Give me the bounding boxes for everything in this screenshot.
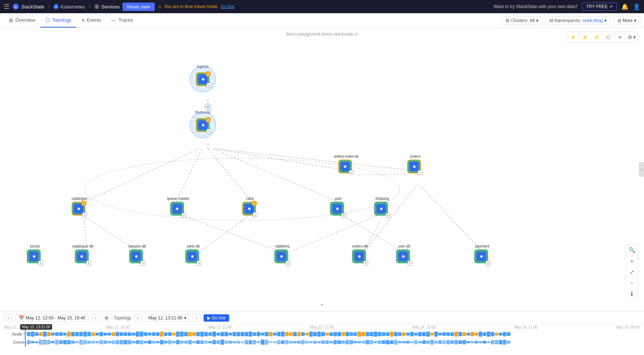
shipping-k8s-icon: ⎈ xyxy=(376,204,386,213)
user-db-expand[interactable]: + xyxy=(407,261,412,266)
layout-btn-2[interactable]: ⚡ xyxy=(579,32,591,42)
node-queue-master-label: queue-master xyxy=(167,197,190,201)
node-payment[interactable]: payment ⎈ + xyxy=(474,244,490,266)
reset-view-button[interactable]: Reset view xyxy=(122,3,155,11)
node-rabbitmq-label: rabbitmq xyxy=(275,244,290,248)
go-live-link-topbar[interactable]: Go live xyxy=(221,4,234,9)
timeline-health-row: Health ℹ xyxy=(4,330,640,338)
timeline-prev-btn[interactable]: ‹ xyxy=(4,314,12,322)
timeline-range-button[interactable]: 📅 May 12, 12:00 - May 15, 16:40 xyxy=(15,314,89,322)
node-locust[interactable]: locust ⎈ + xyxy=(27,244,43,266)
clusters-filter[interactable]: ⊟ Clusters: All ▾ xyxy=(502,16,542,25)
user-avatar-icon[interactable]: 👤 xyxy=(633,3,640,10)
catalogue-expand[interactable]: + xyxy=(82,212,87,217)
tab-topology[interactable]: ⬡ Topology xyxy=(40,13,76,28)
node-orders[interactable]: orders ⎈ + xyxy=(407,154,423,176)
more-filter-button[interactable]: ⊟ More ▾ xyxy=(614,16,640,25)
timeline-cursor[interactable] xyxy=(25,329,26,347)
zoom-fit-btn[interactable]: ⤢ xyxy=(626,267,638,278)
warning-icon: ⚠ xyxy=(158,4,162,9)
try-free-button[interactable]: TRY FREE ↗ xyxy=(582,3,617,11)
namespaces-filter[interactable]: ⊟ Namespaces: sock-shop ▾ xyxy=(545,16,611,25)
events-row-label: Events xyxy=(4,340,25,344)
orders-expand[interactable]: + xyxy=(418,170,422,175)
ingress-badge: 2 xyxy=(205,71,211,77)
node-catalogue[interactable]: catalogue ⎈ 3 + xyxy=(72,197,88,218)
kubernetes-breadcrumb[interactable]: K Kubernetes xyxy=(53,4,85,10)
tab-overview[interactable]: ⊞ Overview xyxy=(4,13,40,28)
hamburger-icon[interactable]: ☰ xyxy=(4,3,10,11)
settings-btn[interactable]: ⚙ ▾ xyxy=(626,32,638,42)
brand-stackstate[interactable]: S StackState xyxy=(12,3,44,10)
node-carts-db[interactable]: carts-db ⎈ + xyxy=(185,244,201,266)
node-orders-db[interactable]: orders-db ⎈ + xyxy=(352,244,368,266)
catalogue-db-expand[interactable]: + xyxy=(86,261,91,266)
node-ingress[interactable]: ingress ⎈ 2 + xyxy=(193,65,212,89)
orders-ext-expand[interactable]: + xyxy=(349,170,354,175)
topology-icon: ⬡ xyxy=(45,17,50,23)
node-session-db[interactable]: session-db ⎈ + xyxy=(128,244,146,266)
domain-label: demo-playground.demo.stackstate.io xyxy=(0,28,644,37)
node-session-db-label: session-db xyxy=(128,244,146,248)
user-expand[interactable]: + xyxy=(341,213,346,218)
frontend-expand[interactable]: + xyxy=(206,129,211,133)
svg-point-26 xyxy=(207,106,209,108)
queue-master-expand[interactable]: + xyxy=(182,213,186,218)
layout-btn-1[interactable]: ⚡ xyxy=(567,32,579,42)
services-breadcrumb[interactable]: S Services xyxy=(94,4,120,10)
orders-ext-k8s-icon: ⎈ xyxy=(340,162,350,171)
timeline-view-prev-btn[interactable]: ‹ xyxy=(134,314,142,322)
node-queue-master[interactable]: queue-master ⎈ + xyxy=(167,197,190,218)
filter-more-icon: ⊟ xyxy=(618,18,621,23)
node-locust-label: locust xyxy=(30,244,40,248)
node-carts[interactable]: carts ⎈ 1 + xyxy=(242,197,258,218)
rabbitmq-expand[interactable]: + xyxy=(286,261,290,266)
svg-line-11 xyxy=(208,149,252,202)
carts-expand[interactable]: + xyxy=(253,212,257,217)
search-zoom-btn[interactable]: 🔍 xyxy=(626,245,638,256)
queue-master-k8s-icon: ⎈ xyxy=(172,204,182,213)
go-live-timeline-btn[interactable]: ▶ Go live xyxy=(204,314,229,322)
topology-canvas-area: demo-playground.demo.stackstate.io xyxy=(0,28,644,311)
node-orders-db-label: orders-db xyxy=(352,244,368,248)
layout-btn-5[interactable]: ≡ xyxy=(614,32,626,42)
tab-events[interactable]: ≡ Events xyxy=(76,13,106,28)
zoom-out-btn[interactable]: − xyxy=(626,278,638,289)
zoom-in-btn[interactable]: + xyxy=(626,256,638,267)
filter-ns-icon: ⊟ xyxy=(549,18,553,23)
filter-icon: ⊟ xyxy=(506,18,509,23)
session-db-expand[interactable]: + xyxy=(140,261,145,266)
carts-db-expand[interactable]: + xyxy=(197,261,201,266)
health-info-icon[interactable]: ℹ xyxy=(23,332,25,336)
node-user-db[interactable]: user-db ⎈ + xyxy=(396,244,412,266)
external-link-icon: ↗ xyxy=(609,4,613,9)
svg-line-12 xyxy=(213,149,339,202)
node-shipping[interactable]: shipping ⎈ + xyxy=(374,197,390,218)
timeline-time-select[interactable]: May 12, 13:21:00 ▾ xyxy=(145,314,190,322)
ingress-expand[interactable]: + xyxy=(206,83,211,88)
time-travel-warning: ⚠ You are in time travel mode. Go live xyxy=(158,4,234,9)
shipping-expand[interactable]: + xyxy=(385,213,390,218)
svg-line-22 xyxy=(363,186,417,253)
layout-btn-3[interactable]: ⚡ xyxy=(591,32,603,42)
tab-traces[interactable]: ⟝ Traces xyxy=(106,13,138,28)
locust-expand[interactable]: + xyxy=(38,261,43,266)
node-orders-external[interactable]: orders-external ⎈ + xyxy=(334,154,358,176)
payment-expand[interactable]: + xyxy=(486,261,490,266)
node-rabbitmq[interactable]: rabbitmq ⎈ + xyxy=(274,244,290,266)
timeline-zoom-btn[interactable]: ⊕ xyxy=(103,314,111,322)
node-catalogue-db[interactable]: catalogue-db ⎈ + xyxy=(72,244,94,266)
orders-db-expand[interactable]: + xyxy=(363,261,368,266)
traces-icon: ⟝ xyxy=(111,17,116,23)
layout-btn-4[interactable]: ⬡ xyxy=(603,32,614,42)
node-user[interactable]: user ⎈ + xyxy=(330,197,346,218)
svg-line-10 xyxy=(176,149,202,202)
notifications-icon[interactable]: 🔔 xyxy=(621,3,629,10)
node-frontend[interactable]: front-end ⎈ 2 + xyxy=(193,110,212,135)
info-btn[interactable]: ℹ xyxy=(626,289,638,300)
expand-down-handle[interactable]: ▾ xyxy=(321,302,323,307)
sidebar-collapse-handle[interactable]: ‹ xyxy=(639,162,644,177)
timeline-view-next-btn[interactable]: › xyxy=(193,314,201,322)
carts-db-k8s-icon: ⎈ xyxy=(187,252,197,261)
timeline-next-btn[interactable]: › xyxy=(92,314,100,322)
